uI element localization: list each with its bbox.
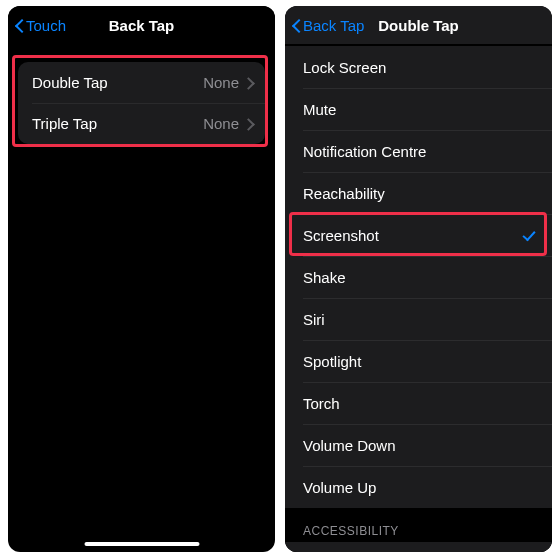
screen-back-tap: Touch Back Tap Double Tap None Triple Ta… [8,6,275,552]
option-label: Lock Screen [303,59,386,76]
row-value: None [203,74,239,91]
screen-double-tap: Back Tap Double Tap Lock Screen Mute Not… [285,6,552,552]
chevron-right-icon [245,117,253,131]
option-label: Mute [303,101,336,118]
option-assistivetouch[interactable]: AssistiveTouch [285,542,552,552]
option-label: Torch [303,395,340,412]
checkmark-icon [522,229,538,241]
back-button[interactable]: Back Tap [291,6,364,44]
chevron-right-icon [245,76,253,90]
chevron-left-icon [14,16,24,34]
row-label: Triple Tap [32,115,97,132]
row-triple-tap[interactable]: Triple Tap None [18,103,265,144]
page-title: Back Tap [109,17,175,34]
row-value: None [203,115,239,132]
option-notification-centre[interactable]: Notification Centre [285,130,552,172]
home-indicator[interactable] [84,542,199,546]
back-button[interactable]: Touch [14,6,66,44]
row-double-tap[interactable]: Double Tap None [18,62,265,103]
option-shake[interactable]: Shake [285,256,552,298]
option-label: Volume Down [303,437,396,454]
navbar: Touch Back Tap [8,6,275,44]
page-title: Double Tap [378,17,459,34]
option-spotlight[interactable]: Spotlight [285,340,552,382]
option-label: Reachability [303,185,385,202]
chevron-left-icon [291,16,301,34]
option-label: Volume Up [303,479,376,496]
section-header-accessibility: ACCESSIBILITY [285,508,552,542]
option-list: Lock Screen Mute Notification Centre Rea… [285,46,552,508]
option-torch[interactable]: Torch [285,382,552,424]
accessibility-list: AssistiveTouch Background Sounds Classic… [285,542,552,552]
option-label: Notification Centre [303,143,426,160]
row-label: Double Tap [32,74,108,91]
option-label: Shake [303,269,346,286]
back-label: Touch [26,17,66,34]
option-label: Siri [303,311,325,328]
option-siri[interactable]: Siri [285,298,552,340]
back-label: Back Tap [303,17,364,34]
option-volume-up[interactable]: Volume Up [285,466,552,508]
option-lock-screen[interactable]: Lock Screen [285,46,552,88]
option-screenshot[interactable]: Screenshot [285,214,552,256]
settings-group: Double Tap None Triple Tap None [18,62,265,144]
navbar: Back Tap Double Tap [285,6,552,44]
option-mute[interactable]: Mute [285,88,552,130]
option-label: Spotlight [303,353,361,370]
option-volume-down[interactable]: Volume Down [285,424,552,466]
option-label: Screenshot [303,227,379,244]
option-reachability[interactable]: Reachability [285,172,552,214]
